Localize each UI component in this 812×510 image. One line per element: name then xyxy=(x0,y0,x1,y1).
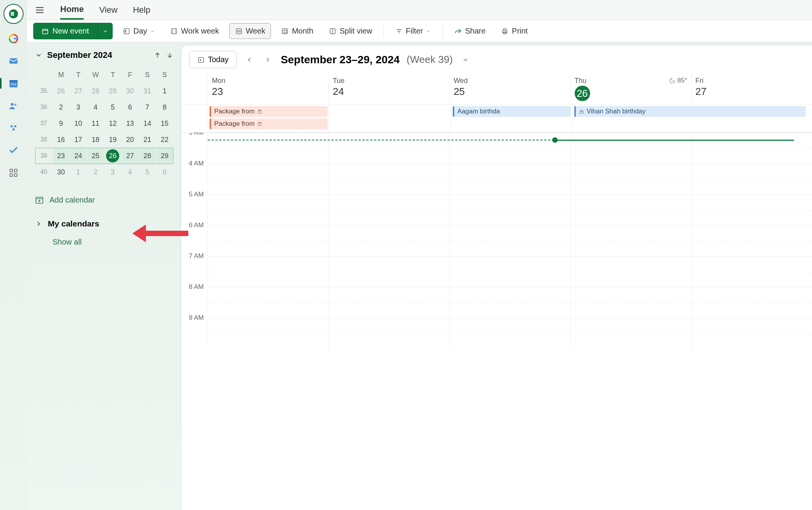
new-event-button[interactable]: New event xyxy=(33,23,98,39)
mini-day[interactable]: 17 xyxy=(70,132,87,147)
mini-day[interactable]: 6 xyxy=(156,164,173,180)
mini-day[interactable]: 16 xyxy=(53,132,69,147)
time-slot[interactable] xyxy=(691,133,812,164)
time-slot[interactable] xyxy=(570,133,691,164)
hamburger-icon[interactable] xyxy=(35,5,45,15)
mini-day[interactable]: 31 xyxy=(139,83,156,99)
share-button[interactable]: Share xyxy=(449,24,491,39)
mini-day[interactable]: 8 xyxy=(156,100,173,115)
mini-day[interactable]: 28 xyxy=(139,148,156,164)
today-button[interactable]: Today xyxy=(189,51,237,68)
time-slot[interactable] xyxy=(691,225,812,256)
mini-day[interactable]: 1 xyxy=(70,164,87,180)
time-slot[interactable] xyxy=(691,256,812,287)
time-slot[interactable] xyxy=(208,133,328,164)
time-slot[interactable] xyxy=(208,256,328,287)
mini-day[interactable]: 22 xyxy=(156,132,173,147)
time-slot[interactable] xyxy=(449,133,570,164)
time-slot[interactable] xyxy=(570,287,691,318)
mini-day[interactable]: 27 xyxy=(122,148,139,164)
time-slot[interactable] xyxy=(208,225,328,256)
mini-day[interactable]: 9 xyxy=(53,116,69,131)
mini-day[interactable]: 29 xyxy=(105,83,121,99)
event-chip[interactable]: Package from xyxy=(210,118,328,129)
time-slot[interactable] xyxy=(570,194,691,225)
groups-icon[interactable] xyxy=(6,120,21,136)
tab-view[interactable]: View xyxy=(99,1,117,19)
mail-icon[interactable] xyxy=(6,53,21,69)
day-header[interactable]: Fri27 xyxy=(691,74,812,104)
event-chip[interactable]: Aagam birthda xyxy=(453,106,571,117)
event-chip[interactable]: Vihan Shah birthday xyxy=(574,106,806,117)
mini-day[interactable]: 2 xyxy=(87,164,104,180)
day-header[interactable]: Tue24 xyxy=(328,74,449,104)
time-slot[interactable] xyxy=(328,225,449,256)
workweek-view-button[interactable]: Work week xyxy=(165,24,225,39)
day-header[interactable]: 85°Thu26 xyxy=(570,74,691,104)
mini-day[interactable]: 3 xyxy=(70,100,87,115)
prev-week-button[interactable] xyxy=(244,54,255,66)
time-slot[interactable] xyxy=(208,194,328,225)
time-slot[interactable] xyxy=(691,318,812,349)
mini-day[interactable]: 12 xyxy=(105,116,121,131)
mini-day[interactable]: 29 xyxy=(156,148,173,164)
prev-month-icon[interactable] xyxy=(154,51,161,59)
mini-day[interactable]: 26 xyxy=(105,148,121,164)
mini-day[interactable]: 30 xyxy=(53,164,69,180)
mini-day[interactable]: 27 xyxy=(70,83,87,99)
mini-day[interactable]: 25 xyxy=(87,148,104,164)
time-slot[interactable] xyxy=(328,164,449,194)
time-slot[interactable] xyxy=(449,225,570,256)
apps-icon[interactable] xyxy=(6,165,21,181)
time-slot[interactable] xyxy=(208,287,328,318)
range-dropdown[interactable] xyxy=(460,54,471,66)
mini-day[interactable]: 15 xyxy=(156,116,173,131)
mini-day[interactable]: 1 xyxy=(156,83,173,99)
day-header[interactable]: Wed25 xyxy=(449,74,570,104)
mini-day[interactable]: 23 xyxy=(53,148,69,164)
mini-day[interactable]: 30 xyxy=(122,83,139,99)
next-week-button[interactable] xyxy=(262,54,274,66)
mini-day[interactable]: 18 xyxy=(87,132,104,147)
time-slot[interactable] xyxy=(208,164,328,194)
time-slot[interactable] xyxy=(449,318,570,349)
filter-button[interactable]: Filter xyxy=(390,24,436,39)
next-month-icon[interactable] xyxy=(166,51,174,59)
mini-day[interactable]: 6 xyxy=(122,100,139,115)
time-slot[interactable] xyxy=(691,194,812,225)
show-all-button[interactable]: Show all xyxy=(52,238,174,247)
time-slot[interactable] xyxy=(449,287,570,318)
mini-day[interactable]: 4 xyxy=(87,100,104,115)
mini-day[interactable]: 10 xyxy=(70,116,87,131)
mini-day[interactable]: 24 xyxy=(70,148,87,164)
time-slot[interactable] xyxy=(328,194,449,225)
mini-day[interactable]: 5 xyxy=(139,164,156,180)
print-button[interactable]: Print xyxy=(496,24,533,39)
time-slot[interactable] xyxy=(208,318,328,349)
add-calendar-button[interactable]: Add calendar xyxy=(35,192,174,208)
split-view-button[interactable]: Split view xyxy=(323,24,377,39)
calendar-icon[interactable] xyxy=(6,76,21,91)
event-chip[interactable]: Package from xyxy=(210,106,328,117)
mini-day[interactable]: 26 xyxy=(53,83,69,99)
time-slot[interactable] xyxy=(570,164,691,194)
time-slot[interactable] xyxy=(449,164,570,194)
time-slot[interactable] xyxy=(570,256,691,287)
tab-help[interactable]: Help xyxy=(133,1,150,19)
mini-day[interactable]: 14 xyxy=(139,116,156,131)
time-slot[interactable] xyxy=(570,318,691,349)
mini-day[interactable]: 21 xyxy=(139,132,156,147)
time-slot[interactable] xyxy=(691,287,812,318)
day-header[interactable]: Mon23 xyxy=(208,74,328,104)
tab-home[interactable]: Home xyxy=(60,0,84,20)
mini-day[interactable]: 3 xyxy=(105,164,121,180)
mini-day[interactable]: 11 xyxy=(87,116,104,131)
chevron-down-icon[interactable] xyxy=(35,51,42,59)
mini-day[interactable]: 13 xyxy=(122,116,139,131)
mini-day[interactable]: 19 xyxy=(105,132,121,147)
mini-day[interactable]: 2 xyxy=(53,100,69,115)
my-calendars-toggle[interactable]: My calendars xyxy=(35,219,174,228)
new-event-dropdown[interactable] xyxy=(98,23,113,39)
time-slot[interactable] xyxy=(328,256,449,287)
day-view-button[interactable]: Day xyxy=(117,24,161,39)
